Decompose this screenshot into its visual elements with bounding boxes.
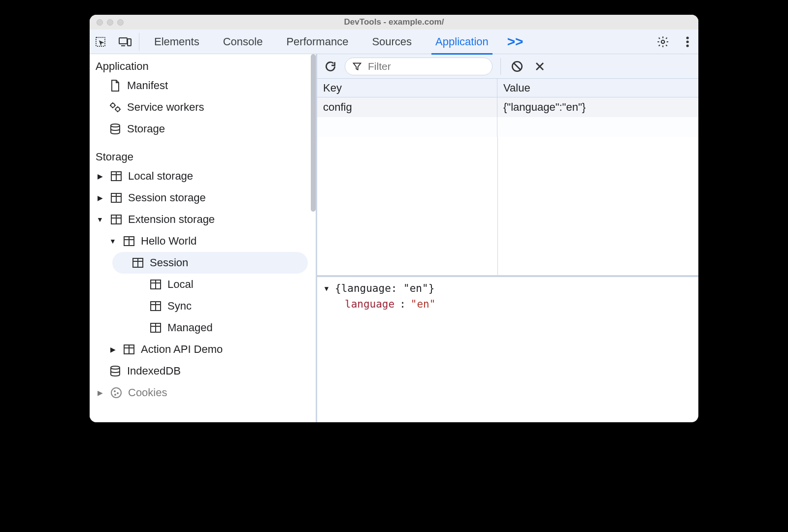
tab-elements[interactable]: Elements xyxy=(142,30,211,54)
sidebar-item-session-storage[interactable]: ▶ Session storage xyxy=(90,187,316,209)
svg-point-7 xyxy=(111,103,115,107)
dots-vertical-icon xyxy=(686,36,689,47)
cookie-icon xyxy=(109,386,123,400)
sidebar-item-sync[interactable]: Sync xyxy=(90,295,316,317)
panel-tabs: Elements Console Performance Sources App… xyxy=(142,30,655,54)
tab-sources[interactable]: Sources xyxy=(360,30,424,54)
ban-icon xyxy=(511,60,524,73)
svg-rect-2 xyxy=(128,39,131,46)
cell-text: {"language":"en"} xyxy=(503,101,586,114)
settings-button[interactable] xyxy=(655,34,671,50)
sidebar-item-local-storage[interactable]: ▶ Local storage xyxy=(90,165,316,187)
tab-label: Performance xyxy=(286,35,348,48)
table-icon xyxy=(149,321,163,335)
svg-point-5 xyxy=(686,40,689,43)
device-toolbar-icon[interactable] xyxy=(117,34,133,50)
sidebar-item-hello-world[interactable]: ▼ Hello World xyxy=(90,230,316,252)
filter-input[interactable] xyxy=(367,60,475,73)
tab-application[interactable]: Application xyxy=(424,30,500,54)
sidebar-item-label: Sync xyxy=(167,300,192,313)
svg-point-23 xyxy=(115,394,116,395)
sidebar-item-indexeddb[interactable]: IndexedDB xyxy=(90,360,316,382)
svg-point-3 xyxy=(661,40,665,43)
sidebar-item-label: Managed xyxy=(167,321,213,334)
chevron-right-icon: ▶ xyxy=(96,389,104,397)
sidebar-item-session[interactable]: Session xyxy=(112,252,308,274)
sidebar-item-label: IndexedDB xyxy=(127,365,181,377)
preview-summary: {language: "en"} xyxy=(335,281,434,297)
cell-key: config xyxy=(317,97,497,117)
object-preview: ▼ {language: "en"} language: "en" xyxy=(317,276,698,316)
traffic-lights xyxy=(97,19,124,26)
chevron-down-icon: ▼ xyxy=(108,237,117,245)
table-icon xyxy=(149,299,163,313)
svg-rect-1 xyxy=(119,38,127,44)
preview-property-row[interactable]: language: "en" xyxy=(323,297,692,313)
table-icon xyxy=(109,169,123,183)
kebab-menu-button[interactable] xyxy=(680,34,695,50)
sidebar-item-storage[interactable]: Storage xyxy=(90,118,316,140)
column-label: Key xyxy=(323,82,342,94)
sidebar-item-cookies[interactable]: ▶ Cookies xyxy=(90,382,316,404)
document-icon xyxy=(108,79,122,93)
gears-icon xyxy=(108,100,122,114)
column-header-value[interactable]: Value xyxy=(497,79,698,97)
chevron-right-double-icon: >> xyxy=(507,34,524,49)
chevron-right-icon: ▶ xyxy=(96,194,104,202)
sidebar-item-label: Local xyxy=(167,278,194,291)
tab-label: Elements xyxy=(154,35,199,48)
sidebar-item-managed[interactable]: Managed xyxy=(90,317,316,339)
filter-field[interactable] xyxy=(345,58,492,75)
sidebar-tree: Application Manifest Service workers Sto… xyxy=(90,54,316,404)
gear-icon xyxy=(657,35,669,48)
table-icon xyxy=(131,256,145,270)
table-row[interactable]: config {"language":"en"} xyxy=(317,97,698,117)
column-header-key[interactable]: Key xyxy=(317,79,497,97)
window-titlebar: DevTools - example.com/ xyxy=(90,15,698,30)
refresh-icon xyxy=(324,60,337,73)
element-picker-icon[interactable] xyxy=(93,34,108,50)
column-divider[interactable] xyxy=(497,137,498,275)
sidebar-item-label: Hello World xyxy=(141,235,197,248)
sidebar-item-extension-storage[interactable]: ▼ Extension storage xyxy=(90,209,316,230)
sidebar-item-action-api-demo[interactable]: ▶ Action API Demo xyxy=(90,339,316,360)
sidebar-item-label: Session storage xyxy=(128,191,206,204)
table-icon xyxy=(122,343,136,356)
preview-summary-row[interactable]: ▼ {language: "en"} xyxy=(323,281,692,297)
refresh-button[interactable] xyxy=(322,58,339,75)
window-title: DevTools - example.com/ xyxy=(90,17,698,27)
inspect-tools xyxy=(90,34,136,50)
svg-point-8 xyxy=(116,107,120,111)
chevron-down-icon: ▼ xyxy=(323,283,330,294)
tab-performance[interactable]: Performance xyxy=(274,30,360,54)
toolbar-right xyxy=(655,34,698,50)
close-window-button[interactable] xyxy=(97,19,103,26)
sidebar-item-label: Extension storage xyxy=(128,213,215,226)
table-icon xyxy=(149,278,163,291)
sidebar-item-label: Local storage xyxy=(128,170,193,183)
section-application: Application xyxy=(90,58,316,75)
devtools-tabstrip: Elements Console Performance Sources App… xyxy=(90,30,698,54)
preview-prop-key: language xyxy=(345,297,394,313)
preview-sep: : xyxy=(399,297,406,313)
minimize-window-button[interactable] xyxy=(107,19,113,26)
database-icon xyxy=(108,364,122,378)
storage-panel: Key Value config {"language":"en"} ▼ xyxy=(316,54,698,422)
svg-point-19 xyxy=(111,366,120,369)
tab-console[interactable]: Console xyxy=(211,30,275,54)
svg-point-6 xyxy=(686,44,689,47)
scrollbar-thumb[interactable] xyxy=(311,54,316,212)
sidebar-item-service-workers[interactable]: Service workers xyxy=(90,96,316,118)
table-header: Key Value xyxy=(317,79,698,97)
delete-selected-button[interactable] xyxy=(531,58,548,75)
overflow-tabs-button[interactable]: >> xyxy=(500,34,530,50)
section-storage: Storage xyxy=(90,149,316,165)
tab-label: Application xyxy=(435,35,489,48)
devtools-window: DevTools - example.com/ Elements Console… xyxy=(90,15,698,422)
zoom-window-button[interactable] xyxy=(117,19,124,26)
sidebar-item-manifest[interactable]: Manifest xyxy=(90,75,316,96)
storage-toolbar xyxy=(317,54,698,79)
clear-all-button[interactable] xyxy=(509,58,525,75)
table-row-empty[interactable] xyxy=(317,117,698,137)
sidebar-item-local[interactable]: Local xyxy=(90,274,316,295)
